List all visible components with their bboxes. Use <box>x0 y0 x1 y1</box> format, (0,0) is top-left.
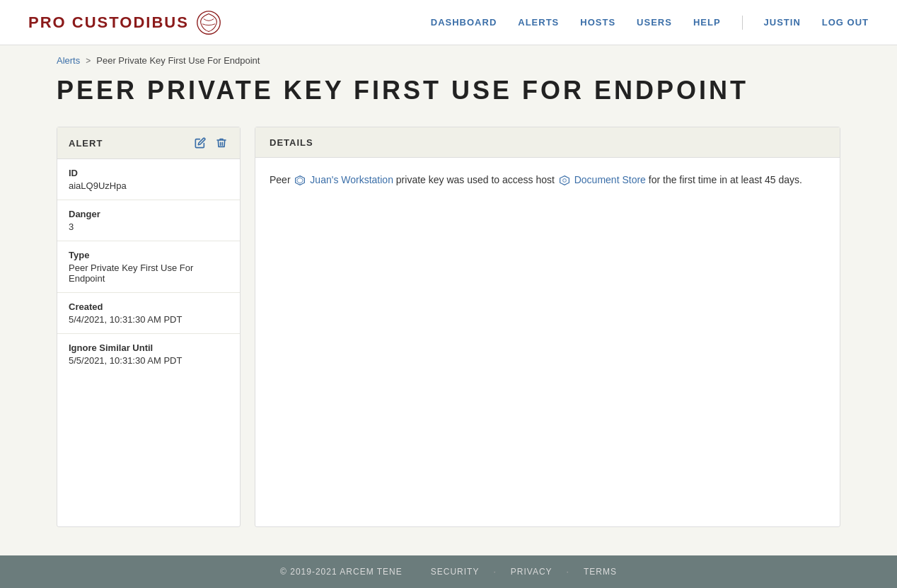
page-title: PEER PRIVATE KEY FIRST USE FOR ENDPOINT <box>0 76 897 127</box>
alert-card: ALERT <box>57 127 241 527</box>
footer-terms[interactable]: TERMS <box>584 567 617 577</box>
breadcrumb: Alerts > Peer Private Key First Use For … <box>0 45 897 76</box>
alert-fields: ID aiaLQ9UzHpa Danger 3 Type Peer Privat… <box>57 159 240 374</box>
field-type-label: Type <box>69 250 228 260</box>
nav-separator <box>742 16 743 30</box>
svg-marker-3 <box>560 176 569 185</box>
svg-point-4 <box>562 179 566 183</box>
nav-dashboard[interactable]: DASHBOARD <box>431 17 497 28</box>
field-created: Created 5/4/2021, 10:31:30 AM PDT <box>57 293 240 334</box>
field-created-value: 5/4/2021, 10:31:30 AM PDT <box>69 314 228 325</box>
footer-sep-3: · <box>567 567 569 577</box>
detail-text-before-peer: Peer <box>270 174 291 185</box>
alert-card-title: ALERT <box>69 138 103 149</box>
details-card-title: DETAILS <box>270 137 313 148</box>
breadcrumb-separator: > <box>86 56 91 66</box>
footer-privacy[interactable]: PRIVACY <box>511 567 552 577</box>
breadcrumb-parent[interactable]: Alerts <box>57 55 80 66</box>
field-created-label: Created <box>69 301 228 312</box>
field-type: Type Peer Private Key First Use For Endp… <box>57 241 240 293</box>
field-ignore-until-label: Ignore Similar Until <box>69 342 228 353</box>
details-body: Peer Juan's Workstation private key was … <box>255 158 840 202</box>
detail-text-middle: private key was used to access host <box>396 174 557 185</box>
breadcrumb-current: Peer Private Key First Use For Endpoint <box>96 55 260 66</box>
footer-security[interactable]: SECURITY <box>431 567 480 577</box>
logo: PRO CUSTODIBUS <box>28 10 221 35</box>
delete-icon <box>216 137 227 149</box>
field-danger: Danger 3 <box>57 200 240 241</box>
main-content: ALERT <box>0 127 897 555</box>
nav-username[interactable]: JUSTIN <box>764 17 801 28</box>
peer-workstation-link[interactable]: Juan's Workstation <box>310 172 393 188</box>
svg-marker-2 <box>297 178 303 183</box>
edit-icon <box>195 137 206 149</box>
host-icon <box>559 175 570 186</box>
nav-logout[interactable]: LOG OUT <box>822 17 869 28</box>
svg-marker-1 <box>296 176 305 185</box>
detail-text-after: for the first time in at least 45 days. <box>649 174 802 185</box>
edit-button[interactable] <box>193 136 207 150</box>
peer-icon <box>294 175 306 186</box>
nav-hosts[interactable]: HOSTS <box>580 17 615 28</box>
field-type-value: Peer Private Key First Use For Endpoint <box>69 263 228 284</box>
field-id-label: ID <box>69 168 228 178</box>
details-card-header: DETAILS <box>255 127 840 158</box>
nav-help[interactable]: HELP <box>693 17 721 28</box>
logo-icon <box>196 10 221 35</box>
footer: © 2019-2021 ARCEM TENE SECURITY · PRIVAC… <box>0 555 897 588</box>
alert-card-actions <box>193 136 228 150</box>
footer-copyright: © 2019-2021 ARCEM TENE <box>280 567 403 577</box>
field-id-value: aiaLQ9UzHpa <box>69 180 228 191</box>
host-document-store-link[interactable]: Document Store <box>574 172 646 188</box>
nav-users[interactable]: USERS <box>637 17 672 28</box>
footer-sep-2: · <box>493 567 496 577</box>
nav-alerts[interactable]: ALERTS <box>518 17 559 28</box>
details-card: DETAILS Peer Juan's Workstation private … <box>255 127 840 527</box>
field-ignore-until-value: 5/5/2021, 10:31:30 AM PDT <box>69 355 228 366</box>
main-nav: DASHBOARD ALERTS HOSTS USERS HELP JUSTIN… <box>431 16 869 30</box>
field-id: ID aiaLQ9UzHpa <box>57 159 240 200</box>
alert-card-header: ALERT <box>57 127 240 159</box>
field-danger-label: Danger <box>69 209 228 219</box>
field-ignore-until: Ignore Similar Until 5/5/2021, 10:31:30 … <box>57 334 240 374</box>
delete-button[interactable] <box>214 136 228 150</box>
logo-text: PRO CUSTODIBUS <box>28 13 189 32</box>
field-danger-value: 3 <box>69 221 228 232</box>
